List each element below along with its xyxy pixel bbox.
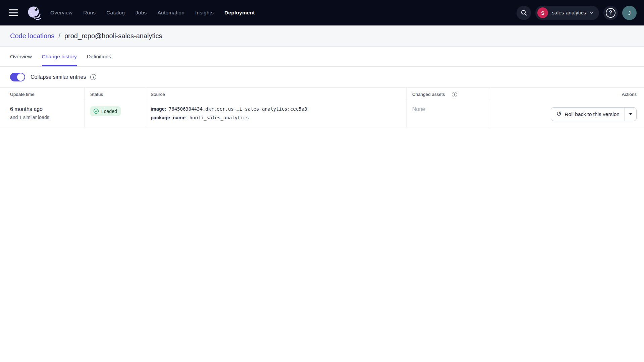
table-header-row: Update time Status Source Changed assets… [0,88,644,101]
chevron-down-icon [590,11,594,14]
tab-change-history[interactable]: Change history [42,47,77,66]
org-switcher[interactable]: S sales-analytics [535,6,599,20]
page-title: prod_repo@hooli-sales-analytics [64,32,162,40]
tab-definitions[interactable]: Definitions [87,47,111,66]
user-avatar[interactable]: J [622,6,637,20]
source-package-key: package_name: [151,115,187,120]
cell-update-time: 6 months ago and 1 similar loads [0,101,85,127]
check-circle-icon [93,108,99,114]
column-header-actions: Actions [490,88,644,101]
info-icon[interactable] [452,92,457,97]
collapse-similar-toggle[interactable] [10,73,25,81]
search-button[interactable] [517,6,531,20]
nav-item-insights[interactable]: Insights [195,10,214,16]
cell-source: image: 764506304434.dkr.ecr.us-…i-sales-… [145,101,407,127]
source-image-key: image: [151,106,166,112]
source-package-value: hooli_sales_analytics [190,115,249,120]
cell-changed-assets: None [407,101,490,127]
filter-row: Collapse similar entries [0,67,644,87]
status-badge: Loaded [90,106,121,116]
column-header-changed-assets: Changed assets [407,88,490,101]
nav-item-catalog[interactable]: Catalog [106,10,125,16]
column-header-update-time: Update time [0,88,85,101]
org-badge: S [537,7,548,18]
top-navigation-bar: Overview Runs Catalog Jobs Automation In… [0,0,644,25]
breadcrumb-code-locations-link[interactable]: Code locations [10,32,54,40]
breadcrumb: Code locations / prod_repo@hooli-sales-a… [0,25,644,47]
collapse-toggle-label: Collapse similar entries [31,74,86,80]
source-package-line: package_name: hooli_sales_analytics [151,115,401,120]
help-button[interactable] [603,6,618,20]
hamburger-menu-icon[interactable] [9,9,18,16]
nav-item-overview[interactable]: Overview [50,10,72,16]
info-icon[interactable] [90,74,96,80]
nav-item-automation[interactable]: Automation [158,10,184,16]
update-time-value: 6 months ago [10,106,79,112]
question-mark-icon [606,8,615,18]
nav-right-controls: S sales-analytics J [517,6,637,20]
rollback-dropdown-button[interactable] [625,108,636,121]
caret-down-icon [629,113,632,115]
rollback-button[interactable]: ↺ Roll back to this version [551,108,625,121]
main-nav-links: Overview Runs Catalog Jobs Automation In… [50,10,255,16]
dagster-logo-icon[interactable] [25,5,42,21]
changed-assets-value: None [412,106,425,112]
column-header-status: Status [85,88,145,101]
similar-loads-note: and 1 similar loads [10,115,79,120]
nav-item-jobs[interactable]: Jobs [136,10,147,16]
history-icon: ↺ [556,111,561,117]
change-history-table: Update time Status Source Changed assets… [0,87,644,127]
tab-overview[interactable]: Overview [10,47,32,66]
nav-item-runs[interactable]: Runs [83,10,96,16]
breadcrumb-separator: / [58,32,60,40]
nav-item-deployment[interactable]: Deployment [224,10,255,16]
source-image-line: image: 764506304434.dkr.ecr.us-…i-sales-… [151,106,401,112]
table-row: 6 months ago and 1 similar loads Loaded … [0,101,644,127]
source-image-value: 764506304434.dkr.ecr.us-…i-sales-analyti… [169,106,307,112]
column-header-source: Source [145,88,407,101]
org-name: sales-analytics [552,10,586,16]
tab-bar: Overview Change history Definitions [0,47,644,67]
rollback-split-button: ↺ Roll back to this version [551,107,637,121]
cell-actions: ↺ Roll back to this version [490,101,644,127]
toggle-knob [17,73,24,81]
search-icon [521,9,527,16]
status-label: Loaded [101,109,117,114]
rollback-button-label: Roll back to this version [565,111,620,117]
cell-status: Loaded [85,101,145,127]
